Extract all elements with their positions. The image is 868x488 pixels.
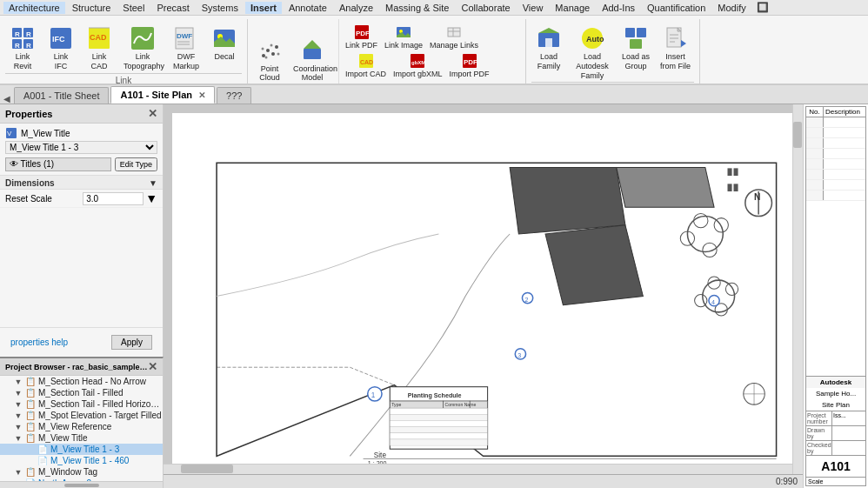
- edit-type-button[interactable]: Edit Type: [115, 157, 157, 171]
- view-type-link[interactable]: 👁 Titles (1): [5, 157, 111, 171]
- menu-collaborate[interactable]: Collaborate: [456, 2, 515, 14]
- tb-scale-row: Scale: [806, 477, 865, 485]
- browser-close-button[interactable]: ✕: [148, 360, 157, 373]
- menu-precast[interactable]: Precast: [151, 2, 194, 14]
- decal-icon: [210, 24, 238, 52]
- import-gbxml-button[interactable]: gbXML Import gbXML: [391, 51, 445, 79]
- svg-point-26: [277, 52, 280, 55]
- import-cad-button[interactable]: CAD Import CAD: [343, 51, 389, 79]
- point-cloud-button[interactable]: PointCloud: [251, 35, 288, 85]
- tb-checked-by-value: [832, 441, 865, 455]
- tb-project-number-value: Iss...: [832, 411, 865, 425]
- vertical-scrollbar[interactable]: [792, 104, 803, 474]
- tab-unknown[interactable]: ???: [217, 87, 251, 104]
- load-autodesk-family-button[interactable]: Auto Load AutodeskFamily: [570, 23, 615, 82]
- menu-structure[interactable]: Structure: [67, 2, 117, 14]
- menu-insert[interactable]: Insert: [245, 2, 282, 14]
- view-subtype-select[interactable]: M_View Title 1 - 3: [5, 141, 157, 154]
- tree-item-section-tail-horiz[interactable]: ▼ 📋 M_Section Tail - Filled Horizontal: [0, 398, 163, 410]
- tree-item-view-title-1-3[interactable]: 📄 M_View Title 1 - 3: [0, 444, 163, 455]
- load-as-group-button[interactable]: Load asGroup: [618, 23, 653, 73]
- link-topography-button[interactable]: LinkTopography: [120, 23, 165, 73]
- svg-rect-28: [304, 49, 321, 59]
- tree-item-window-tag[interactable]: ▼ 📋 M_Window Tag: [0, 466, 163, 478]
- tab-a001[interactable]: A001 - Title Sheet: [14, 87, 109, 104]
- tb-row-7: [806, 180, 865, 191]
- load-as-group-label: Load asGroup: [622, 52, 650, 71]
- tb-row-5: [806, 159, 865, 170]
- menu-massing[interactable]: Massing & Site: [380, 2, 454, 14]
- menu-quantification[interactable]: Quantification: [642, 2, 711, 14]
- load-family-button[interactable]: LoadFamily: [531, 23, 566, 73]
- decal-button[interactable]: Decal: [207, 23, 242, 64]
- tb-drawn-by-label: Drawn by: [806, 426, 832, 440]
- svg-text:gbXML: gbXML: [411, 60, 425, 65]
- properties-help-link[interactable]: properties help: [5, 336, 73, 349]
- menu-systems[interactable]: Systems: [197, 2, 244, 14]
- tree-item-north-arrow[interactable]: 📄 North Arrow 2: [0, 478, 163, 481]
- dimensions-collapse-icon[interactable]: ▼: [149, 178, 157, 188]
- load-autodesk-family-label: Load AutodeskFamily: [573, 52, 611, 80]
- link-image-icon: [395, 23, 412, 41]
- tree-item-view-title-1-460[interactable]: 📄 M_View Title 1 - 460: [0, 455, 163, 466]
- import-cad-label: Import CAD: [345, 70, 386, 78]
- load-as-group-icon: [622, 24, 650, 52]
- reset-scale-label: Reset Scale: [5, 194, 52, 204]
- tree-item-view-ref[interactable]: ▼ 📋 M_View Reference: [0, 421, 163, 432]
- browser-title: Project Browser - rac_basic_sample_proje…: [5, 363, 148, 371]
- ribbon: R R R R LinkRevit IFC LinkIFC: [0, 16, 868, 85]
- svg-point-23: [275, 45, 278, 49]
- reset-scale-input[interactable]: [83, 192, 144, 205]
- svg-point-21: [266, 49, 270, 52]
- menu-analyze[interactable]: Analyze: [334, 2, 378, 14]
- properties-close-button[interactable]: ✕: [148, 107, 157, 120]
- link-image-label: Link Image: [384, 41, 423, 50]
- menu-view[interactable]: View: [517, 2, 549, 14]
- tree-item-spot-elev[interactable]: ▼ 📋 M_Spot Elevation - Target Filled: [0, 410, 163, 421]
- svg-point-27: [265, 56, 268, 58]
- tree-item-section-head[interactable]: ▼ 📋 M_Section Head - No Arrow: [0, 376, 163, 387]
- tb-drawn-by-value: [832, 426, 865, 440]
- tree-item-section-tail-filled[interactable]: ▼ 📋 M_Section Tail - Filled: [0, 387, 163, 398]
- import-gbxml-icon: gbXML: [409, 52, 426, 70]
- ribbon-group-library-items: LoadFamily Auto Load AutodeskFamily: [531, 19, 694, 82]
- link-ifc-button[interactable]: IFC LinkIFC: [43, 23, 78, 73]
- coordination-model-button[interactable]: CoordinationModel: [290, 35, 335, 85]
- menu-modify[interactable]: Modify: [712, 2, 751, 14]
- tab-bar: ◀ A001 - Title Sheet A101 - Site Plan ✕ …: [0, 85, 868, 104]
- link-ifc-icon: IFC: [47, 24, 75, 52]
- link-revit-button[interactable]: R R R R LinkRevit: [5, 23, 40, 73]
- svg-marker-62: [545, 225, 643, 305]
- apply-button[interactable]: Apply: [111, 335, 152, 350]
- svg-text:PDF: PDF: [356, 30, 370, 37]
- menu-bar: Architecture Structure Steel Precast Sys…: [0, 0, 868, 16]
- tab-a101[interactable]: A101 - Site Plan ✕: [110, 86, 215, 104]
- ribbon-group-import: PointCloud CoordinationModel Import: [248, 19, 526, 84]
- svg-rect-49: [625, 28, 635, 37]
- browser-panel: Project Browser - rac_basic_sample_proje…: [0, 357, 164, 488]
- link-image-button[interactable]: Link Image: [382, 23, 425, 50]
- reset-scale-expand[interactable]: ▼: [145, 191, 157, 205]
- browser-scrollbar[interactable]: [0, 481, 163, 488]
- link-cad-button[interactable]: CAD LinkCAD: [82, 23, 117, 73]
- manage-links-button[interactable]: Manage Links: [427, 23, 481, 50]
- tree-item-view-title[interactable]: ▼ 📋 M_View Title: [0, 432, 163, 444]
- title-block: No. Description Autodesk Sample Ho... Si…: [805, 106, 866, 486]
- svg-text:Type: Type: [391, 402, 401, 407]
- horizontal-scrollbar[interactable]: [164, 464, 792, 474]
- menu-annotate[interactable]: Annotate: [284, 2, 332, 14]
- tab-close-a101[interactable]: ✕: [198, 90, 205, 100]
- dwf-markup-button[interactable]: DWF DWFMarkup: [169, 23, 204, 73]
- svg-text:CAD: CAD: [90, 33, 107, 42]
- svg-marker-61: [510, 167, 625, 234]
- menu-steel[interactable]: Steel: [117, 2, 150, 14]
- menu-manage[interactable]: Manage: [550, 2, 595, 14]
- tb-scale-label: Scale: [808, 478, 824, 485]
- import-pdf-button[interactable]: PDF Import PDF: [447, 51, 492, 79]
- link-pdf-button[interactable]: PDF Link PDF: [343, 23, 380, 50]
- insert-from-file-button[interactable]: Insertfrom File: [657, 23, 694, 73]
- tb-row-3: [806, 138, 865, 149]
- tb-sheet-number: A101: [806, 455, 865, 477]
- menu-architecture[interactable]: Architecture: [3, 2, 65, 14]
- menu-addins[interactable]: Add-Ins: [597, 2, 640, 14]
